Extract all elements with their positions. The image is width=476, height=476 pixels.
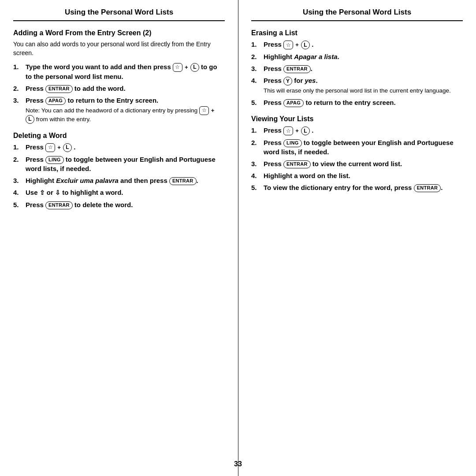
- step-1-deleting: 1. Press ☆ + L .: [13, 142, 225, 152]
- section-adding-intro: You can also add words to your personal …: [13, 40, 225, 58]
- step-content: Press APAG to return to the entry screen…: [264, 98, 463, 107]
- step-num: 3.: [251, 64, 264, 73]
- step-1-erasing: 1. Press ☆ + L .: [251, 40, 463, 49]
- star-key: ☆: [45, 143, 55, 152]
- step-num: 3.: [13, 176, 26, 185]
- step-content: Press Y for yes. This will erase only th…: [264, 76, 463, 95]
- l-key: L: [63, 143, 72, 152]
- section-adding-title: Adding a Word From the Entry Screen (2): [13, 29, 225, 37]
- step-note: This will erase only the personal word l…: [264, 87, 463, 95]
- step-num: 1.: [251, 126, 264, 135]
- step-4-erasing: 4. Press Y for yes. This will erase only…: [251, 76, 463, 95]
- section-viewing-title: Viewing Your Lists: [251, 115, 463, 123]
- excluir-text: Excluir uma palavra: [56, 177, 119, 184]
- apag-key: APAG: [283, 99, 304, 107]
- entrar-key: ENTRAR: [414, 184, 441, 192]
- step-3-deleting: 3. Highlight Excluir uma palavra and the…: [13, 176, 225, 185]
- step-content: Use ⇧ or ⇩ to highlight a word.: [26, 188, 225, 197]
- step-content: Press LING to toggle between your Englis…: [26, 155, 225, 173]
- viewing-steps: 1. Press ☆ + L . 2. Press LING to toggle…: [251, 126, 463, 192]
- plus-sign: +: [185, 64, 188, 71]
- step-num: 5.: [13, 200, 26, 209]
- right-header: Using the Personal Word Lists: [251, 8, 463, 21]
- step-content: Press ☆ + L .: [26, 142, 225, 152]
- step-1-adding: 1. Type the word you want to add and the…: [13, 62, 225, 81]
- step-2-erasing: 2. Highlight Apagar a lista.: [251, 52, 463, 61]
- plus-note: +: [211, 107, 215, 114]
- step-note: Note: You can add the headword of a dict…: [26, 106, 225, 124]
- step-num: 2.: [13, 155, 26, 164]
- plus-sign: +: [295, 127, 299, 134]
- page: Using the Personal Word Lists Adding a W…: [0, 0, 476, 476]
- l-key: L: [301, 126, 310, 135]
- plus-sign: +: [57, 144, 61, 151]
- step-content: Highlight a word on the list.: [264, 171, 463, 180]
- step-num: 4.: [251, 171, 264, 180]
- step-content: Highlight Apagar a lista.: [264, 52, 463, 61]
- step-num: 4.: [251, 76, 264, 85]
- entrar-key: ENTRAR: [45, 201, 73, 209]
- step-content: Press ☆ + L .: [264, 126, 463, 135]
- section-erasing-title: Erasing a List: [251, 29, 463, 37]
- step-5-deleting: 5. Press ENTRAR to delete the word.: [13, 200, 225, 209]
- l-key-note: L: [26, 115, 34, 124]
- page-number: 33: [234, 460, 242, 468]
- ling-key: LING: [45, 156, 63, 164]
- step-num: 2.: [251, 52, 264, 61]
- step-content: Press ENTRAR to add the word.: [26, 84, 225, 93]
- adding-steps: 1. Type the word you want to add and the…: [13, 62, 225, 124]
- left-column: Using the Personal Word Lists Adding a W…: [0, 0, 238, 476]
- step-content: Press ENTRAR.: [264, 64, 463, 73]
- entrar-key: ENTRAR: [45, 85, 73, 93]
- apag-key: APAG: [45, 97, 66, 105]
- step-content: Highlight Excluir uma palavra and then p…: [26, 176, 225, 185]
- deleting-steps: 1. Press ☆ + L . 2. Press LING to toggle…: [13, 142, 225, 209]
- step-num: 5.: [251, 98, 264, 107]
- section-deleting-title: Deleting a Word: [13, 132, 225, 140]
- step-num: 2.: [251, 138, 264, 147]
- step-content: To view the dictionary entry for the wor…: [264, 183, 463, 192]
- step-2-adding: 2. Press ENTRAR to add the word.: [13, 84, 225, 93]
- step-content: Type the word you want to add and then p…: [26, 62, 225, 81]
- step-num: 1.: [251, 40, 264, 49]
- star-key: ☆: [283, 41, 293, 49]
- left-header: Using the Personal Word Lists: [13, 8, 225, 21]
- step-2-viewing: 2. Press LING to toggle between your Eng…: [251, 138, 463, 156]
- step-3-erasing: 3. Press ENTRAR.: [251, 64, 463, 73]
- step-content: Press ENTRAR to delete the word.: [26, 200, 225, 209]
- erasing-steps: 1. Press ☆ + L . 2. Highlight Apagar a l…: [251, 40, 463, 107]
- step-num: 3.: [251, 159, 264, 168]
- entrar-key: ENTRAR: [283, 160, 311, 168]
- apagar-text: Apagar a lista: [294, 53, 337, 60]
- entrar-key: ENTRAR: [169, 177, 197, 185]
- step-num: 3.: [13, 96, 26, 105]
- step-content: Press ENTRAR to view the current word li…: [264, 159, 463, 168]
- ling-key: LING: [283, 139, 301, 147]
- l-key: L: [301, 41, 310, 49]
- y-key: Y: [283, 77, 292, 86]
- step-num: 5.: [251, 183, 264, 192]
- step-3-adding: 3. Press APAG to return to the Entry scr…: [13, 96, 225, 124]
- step-4-deleting: 4. Use ⇧ or ⇩ to highlight a word.: [13, 188, 225, 197]
- step-1-viewing: 1. Press ☆ + L .: [251, 126, 463, 135]
- plus-sign: +: [295, 41, 299, 48]
- step-num: 1.: [13, 62, 26, 71]
- step-5-erasing: 5. Press APAG to return to the entry scr…: [251, 98, 463, 107]
- star-key-note: ☆: [199, 106, 209, 115]
- step-2-deleting: 2. Press LING to toggle between your Eng…: [13, 155, 225, 173]
- step-3-viewing: 3. Press ENTRAR to view the current word…: [251, 159, 463, 168]
- step-content: Press LING to toggle between your Englis…: [264, 138, 463, 156]
- step-num: 2.: [13, 84, 26, 93]
- step-4-viewing: 4. Highlight a word on the list.: [251, 171, 463, 180]
- step-5-viewing: 5. To view the dictionary entry for the …: [251, 183, 463, 192]
- step-num: 4.: [13, 188, 26, 197]
- step-content: Press APAG to return to the Entry screen…: [26, 96, 225, 124]
- up-arrow: ⇧: [40, 189, 45, 197]
- star-key: ☆: [173, 63, 182, 72]
- step-num: 1.: [13, 142, 26, 152]
- step-content: Press ☆ + L .: [264, 40, 463, 49]
- right-column: Using the Personal Word Lists Erasing a …: [238, 0, 476, 476]
- star-key: ☆: [283, 126, 293, 135]
- down-arrow: ⇩: [55, 189, 60, 197]
- entrar-key: ENTRAR: [283, 65, 311, 73]
